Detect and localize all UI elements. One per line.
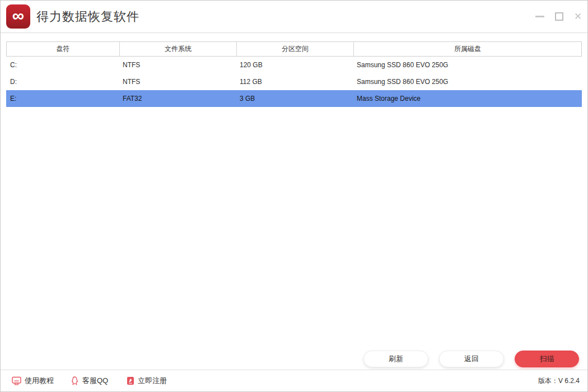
tutorial-monitor-icon (12, 376, 21, 385)
table-row[interactable]: D: NTFS 112 GB Samsung SSD 860 EVO 250G (6, 73, 582, 90)
back-button[interactable]: 返回 (439, 351, 504, 367)
maximize-button[interactable] (554, 12, 564, 22)
app-window: ∞ 得力数据恢复软件 ✕ 盘符 文件系统 分区空间 所属磁盘 C: NTFS 1… (0, 0, 588, 392)
refresh-button[interactable]: 刷新 (363, 351, 428, 367)
cell-space: 3 GB (236, 90, 353, 107)
minimize-button[interactable] (535, 12, 545, 22)
tutorial-link[interactable]: 使用教程 (12, 370, 54, 391)
minimize-icon (535, 16, 544, 17)
infinity-logo-icon: ∞ (12, 7, 24, 24)
cell-disk: Samsung SSD 860 EVO 250G (353, 57, 582, 73)
window-controls: ✕ (535, 1, 583, 32)
version-text: 版本：V 6.2.4 (538, 370, 580, 391)
app-logo: ∞ (6, 4, 30, 29)
close-button[interactable]: ✕ (573, 12, 583, 22)
cell-space: 112 GB (236, 73, 353, 90)
close-icon: ✕ (574, 12, 582, 21)
qq-support-label: 客服QQ (82, 376, 108, 386)
column-header-disk: 所属磁盘 (353, 42, 581, 56)
cell-disk: Mass Storage Device (353, 90, 582, 107)
maximize-icon (555, 12, 563, 21)
footer-bar: 使用教程 客服QQ 立即注册 版本：V 6.2.4 (1, 370, 587, 391)
tutorial-label: 使用教程 (25, 376, 54, 386)
column-header-drive: 盘符 (7, 42, 119, 56)
table-row[interactable]: E: FAT32 3 GB Mass Storage Device (6, 90, 582, 107)
app-title: 得力数据恢复软件 (36, 1, 139, 32)
cell-drive: C: (6, 57, 119, 73)
register-link[interactable]: 立即注册 (127, 370, 167, 391)
column-header-space: 分区空间 (236, 42, 353, 56)
cell-filesystem: NTFS (119, 57, 236, 73)
titlebar: ∞ 得力数据恢复软件 ✕ (1, 1, 587, 33)
cell-drive: D: (6, 73, 119, 90)
cell-drive: E: (6, 90, 119, 107)
cell-filesystem: FAT32 (119, 90, 236, 107)
qq-support-link[interactable]: 客服QQ (71, 370, 108, 391)
register-label: 立即注册 (138, 376, 167, 386)
cell-space: 120 GB (236, 57, 353, 73)
partition-table: 盘符 文件系统 分区空间 所属磁盘 C: NTFS 120 GB Samsung… (6, 41, 582, 107)
scan-button[interactable]: 扫描 (515, 351, 579, 367)
register-document-icon (127, 376, 134, 385)
cell-filesystem: NTFS (119, 73, 236, 90)
cell-disk: Samsung SSD 860 EVO 250G (353, 73, 582, 90)
table-row[interactable]: C: NTFS 120 GB Samsung SSD 860 EVO 250G (6, 57, 582, 73)
column-header-filesystem: 文件系统 (119, 42, 236, 56)
table-header-row: 盘符 文件系统 分区空间 所属磁盘 (6, 41, 582, 57)
qq-penguin-icon (71, 376, 79, 385)
